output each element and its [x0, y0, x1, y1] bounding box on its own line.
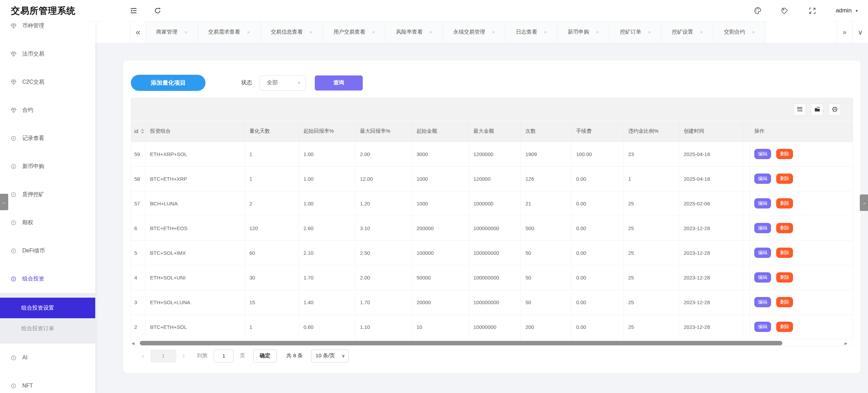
tab-item[interactable]: 交易信息查看 ×: [261, 21, 323, 43]
columns-toolbar-button[interactable]: [793, 103, 806, 116]
goto-page-input[interactable]: [214, 349, 234, 362]
tab-item[interactable]: 永续交易管理 ×: [443, 21, 506, 43]
tab-close-icon[interactable]: ×: [184, 29, 187, 35]
refresh-icon[interactable]: [153, 7, 162, 15]
tabs-scroll-right-button[interactable]: »: [836, 21, 852, 43]
sidebar-item-8[interactable]: DeFi借币: [0, 237, 95, 265]
edit-button[interactable]: 编辑: [754, 198, 771, 209]
delete-button[interactable]: 删除: [776, 149, 793, 159]
sidebar-item-6[interactable]: 质押挖矿: [0, 180, 95, 209]
fullscreen-icon[interactable]: [808, 7, 817, 15]
table-cell: 500: [521, 216, 572, 240]
edit-button[interactable]: 编辑: [754, 322, 771, 332]
column-header-id[interactable]: id: [131, 121, 146, 142]
user-menu[interactable]: admin ▼: [836, 7, 858, 14]
sidebar-item-7[interactable]: 期权: [0, 209, 95, 237]
table-cell: 1000: [412, 166, 469, 191]
table-cell: 100000000: [469, 240, 521, 265]
print-toolbar-button[interactable]: [828, 103, 841, 116]
table-cell: 3: [131, 290, 146, 314]
sidebar-item-4[interactable]: 记录查看: [0, 124, 95, 152]
table-cell: 0.00: [572, 166, 624, 191]
tab-close-icon[interactable]: ×: [752, 29, 755, 35]
table-cell: 200000: [412, 216, 469, 240]
tab-item[interactable]: 用户交易查看 ×: [323, 21, 386, 43]
sidebar-item-1[interactable]: 法币交易: [0, 40, 95, 68]
sidebar-item-11[interactable]: NFT: [0, 372, 95, 393]
sort-icon[interactable]: [141, 129, 144, 134]
delete-button[interactable]: 删除: [776, 223, 793, 233]
scrollbar-left-arrow[interactable]: ◀: [132, 341, 134, 346]
edit-button[interactable]: 编辑: [754, 272, 771, 283]
tab-item[interactable]: 挖矿设置 ×: [661, 21, 714, 43]
edit-button[interactable]: 编辑: [754, 248, 771, 258]
edit-button[interactable]: 编辑: [754, 149, 771, 159]
tab-close-icon[interactable]: ×: [648, 29, 651, 35]
sidebar-item-0[interactable]: 币种管理: [0, 21, 95, 40]
sidebar-item-10[interactable]: AI: [0, 344, 95, 372]
column-header: 最大金额: [469, 121, 521, 142]
table-row: 5BTC+SOL+IMX602.102.50100000100000000500…: [131, 240, 853, 265]
delete-button[interactable]: 删除: [776, 174, 793, 184]
delete-button[interactable]: 删除: [776, 297, 793, 307]
delete-button[interactable]: 删除: [776, 198, 793, 209]
tab-close-icon[interactable]: ×: [492, 29, 495, 35]
delete-button[interactable]: 删除: [776, 248, 793, 258]
tab-item[interactable]: 挖矿订单 ×: [610, 21, 662, 43]
tab-close-icon[interactable]: ×: [700, 29, 703, 35]
table-cell: 120000: [469, 166, 521, 191]
sidebar-item-2[interactable]: C2C交易: [0, 68, 95, 96]
delete-button[interactable]: 删除: [776, 322, 793, 332]
table-cell: BTC+ETH+SOL: [146, 314, 245, 339]
sidebar-item-3[interactable]: 合约: [0, 96, 95, 124]
tab-item[interactable]: 交割合约 ×: [714, 21, 766, 43]
tab-close-icon[interactable]: ×: [430, 29, 433, 35]
scrollbar-thumb[interactable]: [140, 341, 782, 345]
edit-button[interactable]: 编辑: [754, 174, 771, 184]
tab-close-icon[interactable]: ×: [596, 29, 599, 35]
current-page-button[interactable]: 1: [150, 349, 176, 362]
gem-icon: [10, 23, 17, 29]
prev-page-button[interactable]: ‹: [142, 352, 144, 360]
edit-button[interactable]: 编辑: [754, 297, 771, 307]
sidebar-item-9[interactable]: 组合投资: [0, 265, 95, 293]
sidebar-subitem[interactable]: 组合投资订单: [0, 318, 95, 339]
app-title: 交易所管理系统: [0, 5, 95, 17]
tab-item[interactable]: 交易需求查看 ×: [198, 21, 261, 43]
panel-collapse-left-handle[interactable]: ←: [0, 194, 8, 210]
next-page-button[interactable]: ›: [183, 352, 185, 360]
delete-button[interactable]: 删除: [776, 272, 793, 283]
status-select[interactable]: 全部 ▼: [260, 75, 306, 91]
tab-item[interactable]: 日志查看 ×: [506, 21, 558, 43]
edit-button[interactable]: 编辑: [754, 223, 771, 233]
tab-label: 交易信息查看: [271, 28, 303, 36]
tab-label: 交易需求查看: [208, 28, 240, 36]
tab-item[interactable]: 新币申购 ×: [558, 21, 610, 43]
export-toolbar-button[interactable]: [811, 103, 823, 116]
query-button[interactable]: 查询: [315, 75, 363, 91]
tab-close-icon[interactable]: ×: [544, 29, 547, 35]
tab-close-icon[interactable]: ×: [310, 29, 313, 35]
table-cell: 2023-12-28: [679, 265, 743, 290]
scrollbar-right-arrow[interactable]: ▶: [845, 341, 847, 346]
sidebar-subitem[interactable]: 组合投资设置: [0, 298, 95, 318]
double-chevron-left-icon: «: [136, 27, 140, 37]
palette-icon[interactable]: [754, 7, 762, 15]
tab-item[interactable]: 商家管理 ×: [146, 21, 198, 43]
sidebar-item-5[interactable]: $新币申购: [0, 152, 95, 180]
tab-close-icon[interactable]: ×: [247, 29, 250, 35]
tabs-scroll-left-button[interactable]: «: [130, 21, 146, 43]
panel-collapse-right-handle[interactable]: →: [860, 194, 868, 211]
tab-close-icon[interactable]: ×: [372, 29, 375, 35]
page-size-select[interactable]: 10 条/页 ∨: [311, 349, 349, 362]
tab-item[interactable]: 风险率查看 ×: [386, 21, 443, 43]
tab-label: 交割合约: [724, 28, 745, 36]
svg-text:$: $: [13, 165, 14, 168]
add-quant-project-button[interactable]: 添加量化项目: [131, 75, 206, 91]
tag-icon[interactable]: [781, 7, 789, 15]
collapse-menu-icon[interactable]: [129, 7, 138, 15]
tabs-more-button[interactable]: ∨: [852, 21, 868, 43]
gem-icon: [10, 79, 17, 85]
goto-confirm-button[interactable]: 确定: [253, 349, 277, 362]
table-cell: 0.00: [572, 265, 624, 290]
